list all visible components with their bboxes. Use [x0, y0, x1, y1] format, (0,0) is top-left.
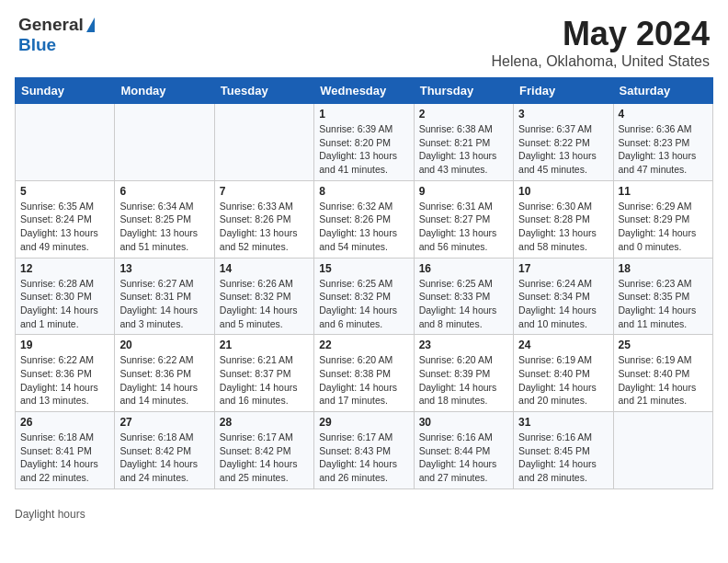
logo-triangle-icon [86, 17, 95, 32]
day-number: 26 [20, 416, 109, 429]
logo: General Blue [18, 15, 95, 55]
day-info: Sunrise: 6:33 AMSunset: 8:26 PMDaylight:… [220, 200, 309, 254]
day-info: Sunrise: 6:19 AMSunset: 8:40 PMDaylight:… [518, 353, 608, 408]
calendar-cell [613, 412, 712, 489]
day-number: 14 [220, 262, 309, 275]
day-info: Sunrise: 6:37 AMSunset: 8:22 PMDaylight:… [518, 122, 608, 177]
day-number: 23 [419, 339, 508, 351]
day-number: 20 [119, 339, 209, 351]
day-number: 24 [518, 339, 608, 351]
calendar-week-4: 19Sunrise: 6:22 AMSunset: 8:36 PMDayligh… [16, 335, 713, 412]
calendar-subtitle: Helena, Oklahoma, United States [492, 53, 710, 70]
calendar-cell: 24Sunrise: 6:19 AMSunset: 8:40 PMDayligh… [514, 335, 613, 412]
day-info: Sunrise: 6:30 AMSunset: 8:28 PMDaylight:… [518, 200, 608, 254]
day-info: Sunrise: 6:18 AMSunset: 8:41 PMDaylight:… [20, 431, 109, 485]
calendar-cell: 2Sunrise: 6:38 AMSunset: 8:21 PMDaylight… [414, 104, 513, 181]
header-row: Sunday Monday Tuesday Wednesday Thursday… [16, 78, 713, 104]
day-info: Sunrise: 6:32 AMSunset: 8:26 PMDaylight:… [319, 200, 408, 254]
footer: Daylight hours [0, 504, 728, 528]
day-info: Sunrise: 6:19 AMSunset: 8:40 PMDaylight:… [619, 353, 708, 408]
day-info: Sunrise: 6:17 AMSunset: 8:43 PMDaylight:… [319, 431, 408, 485]
calendar-title: May 2024 [492, 15, 710, 53]
day-number: 28 [220, 416, 309, 429]
calendar-cell: 10Sunrise: 6:30 AMSunset: 8:28 PMDayligh… [514, 180, 613, 258]
calendar-cell: 5Sunrise: 6:35 AMSunset: 8:24 PMDaylight… [16, 180, 115, 258]
logo-blue-text: Blue [18, 35, 56, 54]
calendar-cell: 17Sunrise: 6:24 AMSunset: 8:34 PMDayligh… [514, 258, 613, 335]
calendar-cell: 1Sunrise: 6:39 AMSunset: 8:20 PMDaylight… [314, 104, 414, 181]
calendar-cell: 26Sunrise: 6:18 AMSunset: 8:41 PMDayligh… [16, 412, 115, 489]
day-number: 30 [419, 416, 508, 429]
day-info: Sunrise: 6:25 AMSunset: 8:33 PMDaylight:… [419, 277, 508, 331]
calendar-table: Sunday Monday Tuesday Wednesday Thursday… [15, 77, 713, 489]
day-info: Sunrise: 6:34 AMSunset: 8:25 PMDaylight:… [119, 200, 209, 254]
day-info: Sunrise: 6:24 AMSunset: 8:34 PMDaylight:… [518, 277, 608, 331]
day-number: 11 [619, 185, 708, 198]
day-info: Sunrise: 6:22 AMSunset: 8:36 PMDaylight:… [20, 353, 109, 408]
calendar-cell: 7Sunrise: 6:33 AMSunset: 8:26 PMDaylight… [214, 180, 313, 258]
logo-general-text: General [18, 15, 84, 35]
calendar-cell: 6Sunrise: 6:34 AMSunset: 8:25 PMDaylight… [115, 180, 214, 258]
calendar-cell: 3Sunrise: 6:37 AMSunset: 8:22 PMDaylight… [514, 104, 613, 181]
calendar-cell: 23Sunrise: 6:20 AMSunset: 8:39 PMDayligh… [414, 335, 513, 412]
day-info: Sunrise: 6:25 AMSunset: 8:32 PMDaylight:… [319, 277, 408, 331]
col-sunday: Sunday [16, 78, 115, 104]
col-monday: Monday [115, 78, 214, 104]
calendar-cell: 31Sunrise: 6:16 AMSunset: 8:45 PMDayligh… [514, 412, 613, 489]
calendar-week-5: 26Sunrise: 6:18 AMSunset: 8:41 PMDayligh… [16, 412, 713, 489]
day-number: 18 [619, 262, 708, 275]
day-number: 17 [518, 262, 608, 275]
day-number: 7 [220, 185, 309, 198]
col-friday: Friday [514, 78, 613, 104]
calendar-cell: 28Sunrise: 6:17 AMSunset: 8:42 PMDayligh… [214, 412, 313, 489]
calendar-cell: 19Sunrise: 6:22 AMSunset: 8:36 PMDayligh… [16, 335, 115, 412]
calendar-cell: 9Sunrise: 6:31 AMSunset: 8:27 PMDaylight… [414, 180, 513, 258]
day-info: Sunrise: 6:20 AMSunset: 8:38 PMDaylight:… [319, 353, 408, 408]
day-number: 13 [119, 262, 209, 275]
calendar-cell: 18Sunrise: 6:23 AMSunset: 8:35 PMDayligh… [613, 258, 712, 335]
calendar-cell: 14Sunrise: 6:26 AMSunset: 8:32 PMDayligh… [214, 258, 313, 335]
col-wednesday: Wednesday [314, 78, 414, 104]
calendar-week-2: 5Sunrise: 6:35 AMSunset: 8:24 PMDaylight… [16, 180, 713, 258]
day-number: 21 [220, 339, 309, 351]
calendar-cell: 21Sunrise: 6:21 AMSunset: 8:37 PMDayligh… [214, 335, 313, 412]
day-number: 9 [419, 185, 508, 198]
calendar-cell: 8Sunrise: 6:32 AMSunset: 8:26 PMDaylight… [314, 180, 414, 258]
day-info: Sunrise: 6:26 AMSunset: 8:32 PMDaylight:… [220, 277, 309, 331]
calendar-cell: 27Sunrise: 6:18 AMSunset: 8:42 PMDayligh… [115, 412, 214, 489]
col-saturday: Saturday [613, 78, 712, 104]
day-number: 31 [518, 416, 608, 429]
day-info: Sunrise: 6:29 AMSunset: 8:29 PMDaylight:… [619, 200, 708, 254]
day-number: 2 [419, 108, 508, 121]
day-info: Sunrise: 6:28 AMSunset: 8:30 PMDaylight:… [20, 277, 109, 331]
calendar-cell [16, 104, 115, 181]
calendar-cell [115, 104, 214, 181]
day-number: 29 [319, 416, 408, 429]
day-info: Sunrise: 6:36 AMSunset: 8:23 PMDaylight:… [619, 122, 708, 177]
calendar-cell: 13Sunrise: 6:27 AMSunset: 8:31 PMDayligh… [115, 258, 214, 335]
day-info: Sunrise: 6:38 AMSunset: 8:21 PMDaylight:… [419, 122, 508, 177]
calendar-week-1: 1Sunrise: 6:39 AMSunset: 8:20 PMDaylight… [16, 104, 713, 181]
calendar-container: Sunday Monday Tuesday Wednesday Thursday… [0, 77, 728, 504]
day-number: 19 [20, 339, 109, 351]
calendar-cell: 16Sunrise: 6:25 AMSunset: 8:33 PMDayligh… [414, 258, 513, 335]
calendar-cell: 15Sunrise: 6:25 AMSunset: 8:32 PMDayligh… [314, 258, 414, 335]
day-info: Sunrise: 6:16 AMSunset: 8:44 PMDaylight:… [419, 431, 508, 485]
calendar-cell: 30Sunrise: 6:16 AMSunset: 8:44 PMDayligh… [414, 412, 513, 489]
day-number: 4 [619, 108, 708, 121]
day-number: 25 [619, 339, 708, 351]
calendar-cell: 11Sunrise: 6:29 AMSunset: 8:29 PMDayligh… [613, 180, 712, 258]
day-info: Sunrise: 6:23 AMSunset: 8:35 PMDaylight:… [619, 277, 708, 331]
day-info: Sunrise: 6:17 AMSunset: 8:42 PMDaylight:… [220, 431, 309, 485]
calendar-week-3: 12Sunrise: 6:28 AMSunset: 8:30 PMDayligh… [16, 258, 713, 335]
day-number: 10 [518, 185, 608, 198]
daylight-hours-label: Daylight hours [15, 508, 85, 521]
calendar-cell: 12Sunrise: 6:28 AMSunset: 8:30 PMDayligh… [16, 258, 115, 335]
title-block: May 2024 Helena, Oklahoma, United States [492, 15, 710, 70]
calendar-cell: 25Sunrise: 6:19 AMSunset: 8:40 PMDayligh… [613, 335, 712, 412]
day-number: 16 [419, 262, 508, 275]
day-info: Sunrise: 6:16 AMSunset: 8:45 PMDaylight:… [518, 431, 608, 485]
day-info: Sunrise: 6:31 AMSunset: 8:27 PMDaylight:… [419, 200, 508, 254]
day-number: 8 [319, 185, 408, 198]
day-number: 27 [119, 416, 209, 429]
